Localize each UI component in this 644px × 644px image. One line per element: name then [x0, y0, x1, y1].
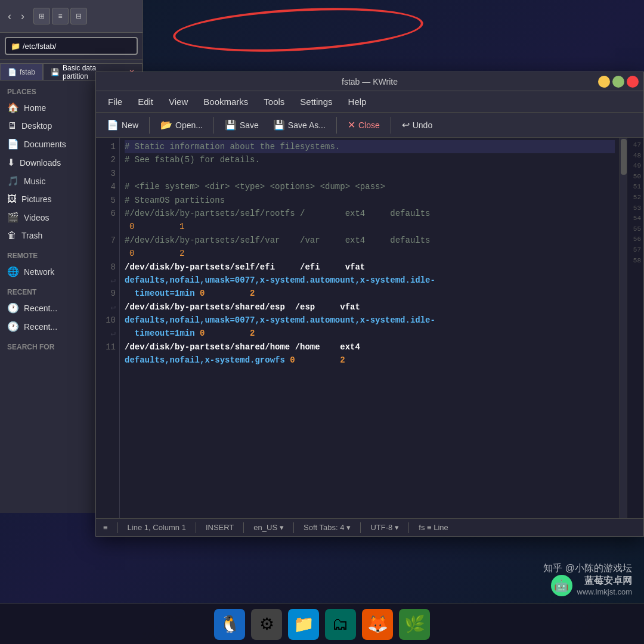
code-line-3: [125, 167, 615, 180]
statusbar-language[interactable]: en_US ▾: [253, 523, 284, 532]
taskbar-start-btn[interactable]: 🐧: [214, 609, 245, 640]
undo-button[interactable]: ↩ Undo: [396, 117, 438, 133]
status-sep-4: [293, 522, 294, 533]
watermark-text: 知乎 @小陈的游戏坛: [543, 562, 632, 575]
menu-view[interactable]: View: [162, 94, 195, 109]
statusbar-extra: fs ≡ Line: [419, 523, 448, 532]
right-line-numbers: 47 48 49 50 51 52 53 54 55 56 57 58: [627, 138, 643, 518]
taskbar-app6-btn[interactable]: 🌿: [399, 609, 430, 640]
code-line-11: [125, 367, 615, 380]
open-icon: 📂: [160, 119, 172, 131]
network-icon: 🌐: [7, 266, 19, 277]
start-icon: 🐧: [219, 614, 240, 634]
code-line-8b: defaults,nofail,umask=0077,x-systemd.aut…: [125, 274, 615, 301]
pictures-icon: 🖼: [7, 194, 17, 205]
trash-icon: 🗑: [7, 230, 17, 241]
list-view-btn[interactable]: ≡: [52, 8, 69, 24]
menu-help[interactable]: Help: [341, 94, 374, 109]
maximize-btn[interactable]: [612, 76, 624, 88]
code-line-1: # Static information about the filesyste…: [125, 140, 615, 153]
open-button[interactable]: 📂 Open...: [154, 117, 209, 133]
statusbar-lines-icon: ≡: [103, 523, 108, 532]
statusbar-position: Line 1, Column 1: [128, 523, 186, 532]
music-icon: 🎵: [7, 175, 19, 187]
code-line-4: # <file system> <dir> <type> <options> <…: [125, 180, 615, 193]
home-icon: 🏠: [7, 102, 19, 113]
menu-edit[interactable]: Edit: [131, 94, 160, 109]
code-area[interactable]: # Static information about the filesyste…: [120, 138, 620, 518]
save-button[interactable]: 💾 Save: [219, 117, 265, 133]
undo-icon: ↩: [402, 119, 410, 131]
files-icon: 📁: [293, 614, 314, 634]
menu-settings[interactable]: Settings: [293, 94, 339, 109]
close-btn[interactable]: [627, 76, 639, 88]
taskbar-settings-btn[interactable]: ⚙: [251, 609, 282, 640]
videos-icon: 🎬: [7, 212, 19, 223]
watermark-site: 蓝莓安卓网 www.lmkjst.com: [577, 575, 632, 596]
toolbar-sep-2: [213, 117, 214, 134]
encoding-dropdown-icon: ▾: [395, 523, 399, 532]
desktop-icon: 🖥: [7, 120, 17, 131]
grid-view-btn[interactable]: ⊞: [33, 8, 50, 24]
taskbar: 🐧 ⚙ 📁 🗂 🦊 🌿: [0, 603, 644, 644]
toolbar-sep-3: [336, 117, 337, 134]
code-line-10b: defaults,nofail,x-systemd.growfs 0 2: [125, 354, 615, 367]
close-file-icon: ✕: [348, 119, 355, 131]
kwrite-menubar: File Edit View Bookmarks Tools Settings …: [96, 91, 643, 113]
recent2-icon: 🕐: [7, 321, 19, 332]
android-icon: 🤖: [551, 575, 572, 596]
scrollbar[interactable]: [620, 138, 627, 518]
files2-icon: 🗂: [332, 614, 349, 634]
code-line-9b: defaults,nofail,umask=0077,x-systemd.aut…: [125, 314, 615, 340]
taskbar-files2-btn[interactable]: 🗂: [325, 609, 356, 640]
code-line-9: /dev/disk/by-partsets/shared/esp /esp vf…: [125, 301, 615, 314]
address-text: /etc/fstab/: [23, 42, 56, 51]
kwrite-editor: 1 2 3 4 5 6 ↵ 7 ↵ 8 ↵ 9 ↵ 10 ↵ 11 # Stat…: [96, 138, 643, 518]
recent1-icon: 🕐: [7, 302, 19, 314]
fm-toolbar: ‹ › ⊞ ≡ ⊟: [0, 0, 143, 33]
taskbar-files-btn[interactable]: 📁: [288, 609, 319, 640]
code-line-6: #/dev/disk/by-partsets/self/rootfs / ext…: [125, 207, 615, 220]
toolbar-sep-1: [149, 117, 150, 134]
close-button[interactable]: ✕ Close: [342, 117, 386, 133]
menu-bookmarks[interactable]: Bookmarks: [196, 94, 255, 109]
code-line-2: # See fstab(5) for details.: [125, 153, 615, 166]
status-sep-6: [408, 522, 409, 533]
statusbar-encoding[interactable]: UTF-8 ▾: [370, 523, 399, 532]
code-line-7: #/dev/disk/by-partsets/self/var /var ext…: [125, 234, 615, 247]
back-btn[interactable]: ‹: [5, 9, 14, 24]
app6-icon: 🌿: [404, 614, 425, 634]
kwrite-title: fstab — KWrite: [342, 77, 398, 86]
forward-btn[interactable]: ›: [18, 9, 27, 24]
status-sep-5: [360, 522, 361, 533]
status-sep-1: [117, 522, 118, 533]
taskbar-firefox-btn[interactable]: 🦊: [362, 609, 393, 640]
status-sep-3: [243, 522, 244, 533]
statusbar-tabs[interactable]: Soft Tabs: 4 ▾: [304, 523, 351, 532]
new-button[interactable]: 📄 New: [101, 117, 144, 133]
statusbar-mode: INSERT: [206, 523, 234, 532]
language-dropdown-icon: ▾: [280, 523, 284, 532]
documents-icon: 📄: [7, 138, 19, 150]
minimize-btn[interactable]: [598, 76, 610, 88]
kwrite-window: fstab — KWrite File Edit View Bookmarks …: [95, 72, 644, 537]
toolbar-sep-4: [391, 117, 391, 134]
watermark: 知乎 @小陈的游戏坛 🤖 蓝莓安卓网 www.lmkjst.com: [543, 562, 632, 596]
fm-view-icons: ⊞ ≡ ⊟: [33, 8, 87, 24]
fm-address-bar[interactable]: 📁 /etc/fstab/: [5, 37, 138, 55]
desktop: ‹ › ⊞ ≡ ⊟ 📁 /etc/fstab/ 📄fstab 💾 Basic d…: [0, 0, 644, 644]
status-sep-2: [196, 522, 196, 533]
new-icon: 📄: [107, 119, 119, 131]
settings-icon: ⚙: [259, 614, 274, 634]
menu-file[interactable]: File: [101, 94, 129, 109]
tabs-dropdown-icon: ▾: [346, 523, 351, 532]
code-line-8: /dev/disk/by-partsets/self/efi /efi vfat: [125, 261, 615, 274]
menu-tools[interactable]: Tools: [256, 94, 292, 109]
fm-tab-fstab[interactable]: 📄fstab: [0, 63, 43, 80]
fm-address-area: 📁 /etc/fstab/: [0, 33, 143, 60]
save-as-button[interactable]: 💾 Save As...: [267, 117, 332, 133]
columns-view-btn[interactable]: ⊟: [70, 8, 87, 24]
line-numbers: 1 2 3 4 5 6 ↵ 7 ↵ 8 ↵ 9 ↵ 10 ↵ 11: [96, 138, 120, 518]
code-line-10: /dev/disk/by-partsets/shared/home /home …: [125, 340, 615, 354]
code-line-6b: 0 1: [125, 220, 615, 233]
